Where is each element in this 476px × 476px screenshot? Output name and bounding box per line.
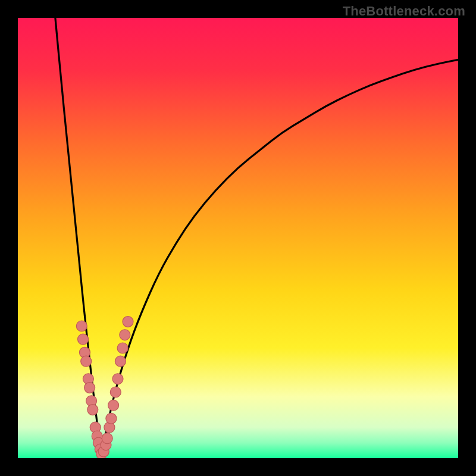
chart-frame: TheBottleneck.com <box>0 0 476 476</box>
bottleneck-chart-canvas <box>18 18 458 458</box>
watermark-text: TheBottleneck.com <box>343 4 465 19</box>
